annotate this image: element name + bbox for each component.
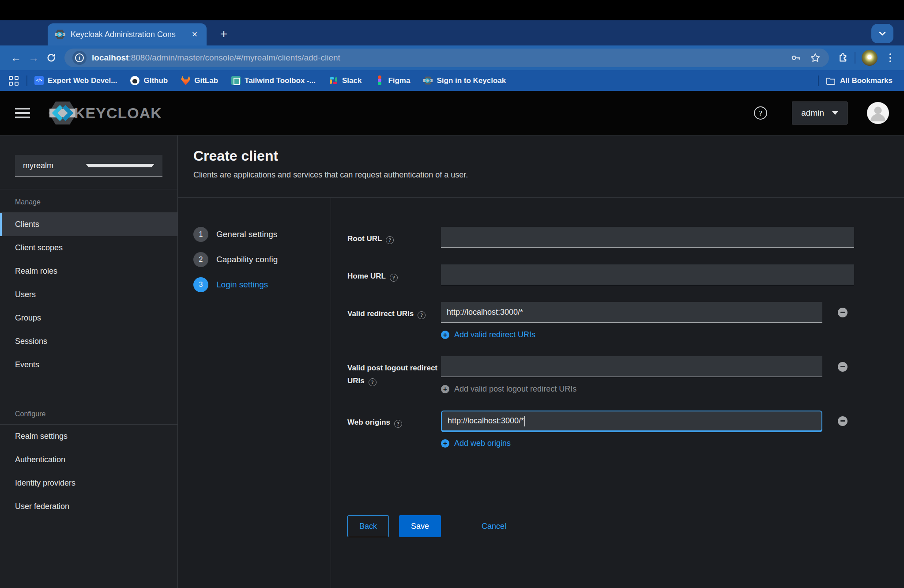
add-link-label: Add valid post logout redirect URIs bbox=[454, 384, 576, 394]
step-general-settings[interactable]: 1 General settings bbox=[193, 227, 331, 242]
step-capability-config[interactable]: 2 Capability config bbox=[193, 252, 331, 267]
web-origins-input[interactable]: http://localhost:3000/* bbox=[441, 411, 822, 431]
valid-redirect-uri-input[interactable]: http://localhost:3000/* bbox=[441, 302, 822, 323]
valid-redirect-uris-label: Valid redirect URIs bbox=[347, 309, 414, 318]
new-tab-button[interactable]: + bbox=[216, 27, 231, 42]
bookmark-star-icon[interactable] bbox=[810, 52, 821, 64]
tab-search-button[interactable] bbox=[871, 24, 893, 43]
bookmark-github[interactable]: GIthub bbox=[130, 76, 168, 85]
sidebar: myrealm Manage Clients Client scopes Rea… bbox=[0, 136, 178, 588]
tab-strip: Keycloak Administration Cons × + bbox=[0, 20, 904, 45]
home-url-input[interactable] bbox=[441, 264, 854, 285]
caret-down-icon bbox=[832, 111, 838, 115]
sidebar-item-client-scopes[interactable]: Client scopes bbox=[0, 236, 177, 260]
keycloak-logo[interactable]: KEYCLOAK bbox=[49, 101, 162, 125]
sidebar-item-identity-providers[interactable]: Identity providers bbox=[0, 471, 177, 495]
root-url-row: Root URL? bbox=[347, 227, 891, 248]
all-bookmarks-button[interactable]: All Bookmarks bbox=[826, 76, 893, 85]
nav-label: Realm settings bbox=[15, 432, 68, 441]
bookmark-label: GitLab bbox=[194, 76, 218, 85]
sidebar-item-user-federation[interactable]: User federation bbox=[0, 495, 177, 518]
add-link-label: Add valid redirect URIs bbox=[454, 330, 535, 339]
sidebar-item-realm-roles[interactable]: Realm roles bbox=[0, 260, 177, 283]
bookmark-label: Sign in to Keycloak bbox=[437, 76, 506, 85]
add-post-logout-uris-link[interactable]: + Add valid post logout redirect URIs bbox=[441, 384, 576, 394]
help-icon[interactable]: ? bbox=[394, 420, 402, 428]
nav-label: Client scopes bbox=[15, 243, 63, 253]
help-icon[interactable]: ? bbox=[390, 274, 398, 282]
web-origins-label: Web origins bbox=[347, 418, 390, 426]
root-url-label: Root URL bbox=[347, 234, 382, 243]
sidebar-item-sessions[interactable]: Sessions bbox=[0, 330, 177, 353]
bookmark-keycloak[interactable]: Sign in to Keycloak bbox=[423, 76, 506, 85]
page-header: Create client Clients are applications a… bbox=[178, 136, 904, 198]
post-logout-redirect-uris-row: Valid post logout redirect URIs? + Add v… bbox=[347, 356, 891, 394]
back-button[interactable]: Back bbox=[347, 515, 389, 537]
apps-grid-icon[interactable] bbox=[9, 76, 19, 86]
browser-profile-avatar[interactable] bbox=[862, 50, 878, 66]
post-logout-redirect-uri-input[interactable] bbox=[441, 356, 822, 377]
bookmark-label: Figma bbox=[388, 76, 410, 85]
reload-icon[interactable] bbox=[42, 49, 60, 67]
help-icon[interactable]: ? bbox=[418, 311, 426, 319]
sidebar-item-realm-settings[interactable]: Realm settings bbox=[0, 425, 177, 448]
remove-redirect-uri-icon[interactable] bbox=[838, 308, 848, 317]
remove-post-logout-uri-icon[interactable] bbox=[838, 362, 848, 372]
user-avatar[interactable] bbox=[867, 102, 889, 124]
bookmark-gitlab[interactable]: GitLab bbox=[181, 76, 218, 85]
step-label: Capability config bbox=[216, 255, 278, 264]
password-key-icon[interactable] bbox=[790, 52, 802, 64]
forward-nav-icon[interactable]: → bbox=[25, 49, 42, 67]
url-host: localhost bbox=[92, 53, 128, 62]
step-number: 1 bbox=[193, 227, 208, 242]
remove-web-origin-icon[interactable] bbox=[838, 416, 848, 426]
sidebar-item-groups[interactable]: Groups bbox=[0, 306, 177, 330]
help-icon[interactable]: ? bbox=[754, 106, 767, 120]
browser-tab[interactable]: Keycloak Administration Cons × bbox=[48, 23, 207, 45]
realm-selector[interactable]: myrealm bbox=[15, 155, 162, 177]
root-url-input[interactable] bbox=[441, 227, 854, 248]
folder-icon bbox=[826, 76, 836, 85]
nav-label: User federation bbox=[15, 502, 69, 511]
nav-label: Clients bbox=[15, 220, 39, 229]
plus-circle-icon: + bbox=[441, 439, 449, 448]
slack-icon bbox=[329, 76, 338, 85]
bookmark-expert-web[interactable]: </> Expert Web Devel... bbox=[34, 76, 117, 85]
cancel-button[interactable]: Cancel bbox=[482, 515, 506, 537]
bookmark-slack[interactable]: Slack bbox=[329, 76, 362, 85]
add-web-origins-link[interactable]: + Add web origins bbox=[441, 439, 511, 448]
step-login-settings[interactable]: 3 Login settings bbox=[193, 277, 331, 292]
help-icon[interactable]: ? bbox=[369, 378, 377, 386]
sidebar-item-clients[interactable]: Clients bbox=[0, 213, 177, 236]
back-nav-icon[interactable]: ← bbox=[7, 49, 25, 67]
tab-close-icon[interactable]: × bbox=[189, 29, 200, 40]
sidebar-item-authentication[interactable]: Authentication bbox=[0, 448, 177, 471]
plus-circle-icon: + bbox=[441, 385, 449, 393]
post-logout-label: Valid post logout redirect URIs bbox=[347, 364, 437, 385]
keycloak-masthead: KEYCLOAK ? admin bbox=[0, 91, 904, 136]
wizard-steps: 1 General settings 2 Capability config 3… bbox=[178, 198, 331, 588]
step-label: Login settings bbox=[216, 280, 268, 290]
bookmarks-separator bbox=[818, 75, 819, 86]
user-dropdown[interactable]: admin bbox=[792, 102, 848, 124]
save-button[interactable]: Save bbox=[399, 515, 441, 537]
browser-menu-icon[interactable] bbox=[884, 52, 897, 64]
bookmark-tailwind-toolbox[interactable]: Tailwind Toolbox -... bbox=[231, 76, 316, 85]
site-info-icon[interactable]: i bbox=[72, 51, 87, 65]
login-settings-form: Root URL? Home URL? bbox=[331, 198, 904, 588]
nav-label: Users bbox=[15, 290, 36, 299]
bookmark-figma[interactable]: Figma bbox=[375, 76, 410, 85]
tailwind-toolbox-icon bbox=[231, 76, 241, 85]
address-bar[interactable]: i localhost:8080/admin/master/console/#/… bbox=[64, 49, 829, 67]
valid-redirect-uris-row: Valid redirect URIs? http://localhost:30… bbox=[347, 302, 891, 339]
nav-label: Events bbox=[15, 360, 39, 369]
extensions-puzzle-icon[interactable] bbox=[836, 51, 848, 65]
sidebar-item-events[interactable]: Events bbox=[0, 353, 177, 377]
home-url-label: Home URL bbox=[347, 272, 386, 280]
code-brackets-icon: </> bbox=[34, 76, 44, 85]
add-valid-redirect-uris-link[interactable]: + Add valid redirect URIs bbox=[441, 330, 535, 339]
keycloak-favicon bbox=[55, 30, 65, 39]
sidebar-item-users[interactable]: Users bbox=[0, 283, 177, 306]
hamburger-menu-icon[interactable] bbox=[15, 105, 30, 121]
help-icon[interactable]: ? bbox=[386, 236, 394, 244]
